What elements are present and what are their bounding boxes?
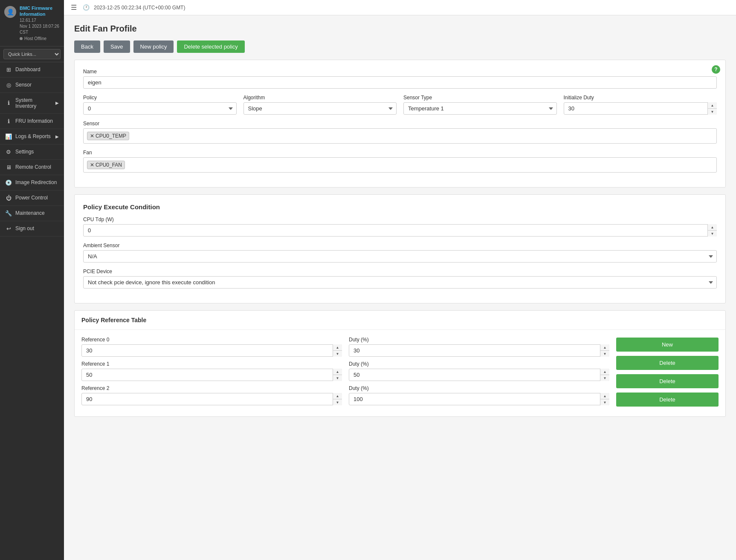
duty0-label: Duty (%)	[349, 337, 609, 343]
nav-sensor[interactable]: ◎ Sensor	[0, 78, 64, 93]
ambient-sensor-group: Ambient Sensor N/AInlet Temp	[83, 242, 717, 263]
ref2-spinners: ▲ ▼	[333, 393, 342, 405]
duty1-down[interactable]: ▼	[600, 375, 609, 381]
sensor-type-select[interactable]: Temperature 1Temperature 2Fan Speed	[403, 102, 557, 115]
nav-fru-information[interactable]: ℹ FRU Information	[0, 114, 64, 129]
ref-action-buttons: New Delete Delete Delete	[616, 337, 719, 410]
init-duty-input[interactable]	[564, 102, 717, 115]
algorithm-select[interactable]: SlopeStepPID	[243, 102, 397, 115]
nav-system-inventory[interactable]: ℹ System Inventory ▶	[0, 93, 64, 114]
ref0-input[interactable]	[81, 344, 342, 357]
delete-ref-0-button[interactable]: Delete	[616, 356, 719, 370]
menu-icon[interactable]: ☰	[71, 3, 77, 12]
ref2-input[interactable]	[81, 393, 342, 405]
back-button[interactable]: Back	[74, 40, 100, 53]
ref0-up[interactable]: ▲	[333, 344, 342, 351]
init-duty-down[interactable]: ▼	[708, 109, 717, 115]
ref-entry-1: Reference 1 ▲ ▼ Duty (%	[81, 361, 609, 381]
nav-sign-out[interactable]: ↩ Sign out	[0, 221, 64, 237]
sensor-tag-input[interactable]: ✕ CPU0_TEMP	[83, 128, 717, 144]
fru-icon: ℹ	[5, 118, 12, 124]
policy-ref-card: Policy Reference Table Reference 0	[74, 310, 726, 417]
name-label: Name	[83, 69, 717, 75]
ref0-left: Reference 0 ▲ ▼	[81, 337, 342, 357]
nav-dashboard-label: Dashboard	[15, 66, 59, 72]
nav-settings-label: Settings	[15, 149, 59, 155]
duty0-spinners: ▲ ▼	[600, 344, 609, 357]
nav-sensor-label: Sensor	[15, 82, 59, 88]
host-status-label: Host Offline	[24, 36, 46, 41]
quick-links-select[interactable]: Quick Links...	[3, 49, 61, 59]
button-bar: Back Save New policy Delete selected pol…	[74, 40, 726, 53]
duty2-input[interactable]	[349, 393, 609, 405]
delete-ref-2-button[interactable]: Delete	[616, 393, 719, 407]
duty2-input-wrap: ▲ ▼	[349, 393, 609, 405]
nav-settings[interactable]: ⚙ Settings	[0, 144, 64, 160]
fan-tag-remove[interactable]: ✕	[90, 162, 94, 168]
cpu-tdp-down[interactable]: ▼	[708, 231, 717, 237]
ref0-spinners: ▲ ▼	[333, 344, 342, 357]
duty2-right: Duty (%) ▲ ▼	[349, 385, 609, 405]
ref2-left: Reference 2 ▲ ▼	[81, 385, 342, 405]
cpu-tdp-input[interactable]	[83, 224, 717, 237]
sensor-tag-remove[interactable]: ✕	[90, 133, 94, 139]
ref-layout: Reference 0 ▲ ▼ Duty (%	[81, 337, 719, 410]
nav-image-redirection[interactable]: 💿 Image Redirection	[0, 175, 64, 191]
nav-remote-control-label: Remote Control	[15, 164, 59, 170]
ref2-label: Reference 2	[81, 385, 342, 391]
init-duty-up[interactable]: ▲	[708, 102, 717, 109]
duty1-up[interactable]: ▲	[600, 369, 609, 375]
ref0-down[interactable]: ▼	[333, 351, 342, 357]
fan-tag-label: CPU0_FAN	[96, 162, 122, 168]
ref1-input-wrap: ▲ ▼	[81, 369, 342, 381]
ref1-input[interactable]	[81, 369, 342, 381]
ambient-sensor-select[interactable]: N/AInlet Temp	[83, 250, 717, 263]
nav-maintenance[interactable]: 🔧 Maintenance	[0, 206, 64, 221]
cpu-tdp-up[interactable]: ▲	[708, 224, 717, 231]
save-button[interactable]: Save	[104, 40, 130, 53]
duty2-up[interactable]: ▲	[600, 393, 609, 399]
ref2-up[interactable]: ▲	[333, 393, 342, 399]
nav-power-control[interactable]: ⏻ Power Control	[0, 191, 64, 206]
nav-logs-reports[interactable]: 📊 Logs & Reports ▶	[0, 129, 64, 144]
fan-tag-input[interactable]: ✕ CPU0_FAN	[83, 157, 717, 173]
new-policy-button[interactable]: New policy	[133, 40, 174, 53]
duty1-input[interactable]	[349, 369, 609, 381]
quick-links[interactable]: Quick Links...	[0, 46, 64, 62]
image-redirection-icon: 💿	[5, 179, 12, 186]
duty0-down[interactable]: ▼	[600, 351, 609, 357]
help-icon[interactable]: ?	[712, 65, 720, 74]
delete-ref-1-button[interactable]: Delete	[616, 374, 719, 388]
nav-maintenance-label: Maintenance	[15, 210, 59, 216]
ref1-down[interactable]: ▼	[333, 375, 342, 381]
new-ref-button[interactable]: New	[616, 338, 719, 352]
nav-logs-label: Logs & Reports	[15, 133, 52, 139]
topbar: ☰ 🕐 2023-12-25 00:22:34 (UTC+00:00 GMT)	[64, 0, 736, 15]
duty0-input[interactable]	[349, 344, 609, 357]
algorithm-col: Algorithm SlopeStepPID	[243, 95, 397, 115]
fan-group: Fan ✕ CPU0_FAN	[83, 150, 717, 173]
fan-label: Fan	[83, 150, 717, 156]
duty2-down[interactable]: ▼	[600, 399, 609, 405]
ref1-up[interactable]: ▲	[333, 369, 342, 375]
policy-ref-header: Policy Reference Table	[75, 311, 725, 330]
sidebar: 👤 BMC Firmware Information 12.61.17 Nov …	[0, 0, 64, 560]
duty0-up[interactable]: ▲	[600, 344, 609, 351]
maintenance-icon: 🔧	[5, 210, 12, 216]
pcie-device-label: PCIE Device	[83, 268, 717, 274]
duty0-right: Duty (%) ▲ ▼	[349, 337, 609, 357]
nav-dashboard[interactable]: ⊞ Dashboard	[0, 62, 64, 78]
delete-policy-button[interactable]: Delete selected policy	[177, 40, 244, 53]
name-input[interactable]	[83, 76, 717, 89]
form-card: ? Name Policy 0123 Algorithm SlopeStepPI…	[74, 60, 726, 188]
policy-select[interactable]: 0123	[83, 102, 237, 115]
init-duty-label: Initialize Duty	[564, 95, 717, 101]
policy-execute-card: Policy Execute Condition CPU Tdp (W) ▲ ▼…	[74, 194, 726, 303]
pcie-device-select[interactable]: Not check pcie device, ignore this execu…	[83, 276, 717, 289]
ref0-input-wrap: ▲ ▼	[81, 344, 342, 357]
bmc-date: Nov 1 2023 18:07:26 CST	[20, 23, 60, 35]
ambient-sensor-label: Ambient Sensor	[83, 242, 717, 248]
ref2-down[interactable]: ▼	[333, 399, 342, 405]
nav-remote-control[interactable]: 🖥 Remote Control	[0, 160, 64, 175]
nav-fru-label: FRU Information	[15, 118, 59, 124]
